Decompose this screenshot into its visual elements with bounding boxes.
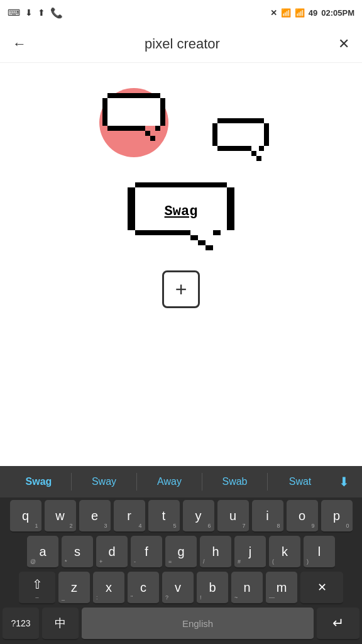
svg-rect-2 (160, 98, 165, 126)
time-display: 02:05PM (321, 8, 354, 18)
mobile-signal-icon: 📶 (295, 8, 305, 18)
key-s[interactable]: s * (62, 536, 93, 569)
keys-area: q 1 w 2 e 3 r 4 t 5 y 6 (0, 497, 362, 644)
signal-icon: ✕ (270, 8, 277, 18)
space-key[interactable]: English (82, 608, 314, 640)
delete-icon: ✕ (317, 580, 327, 594)
key-i[interactable]: i 8 (252, 500, 283, 533)
download-icon: ⬇ (25, 8, 33, 18)
swag-pixel-bubble: Swag (128, 182, 234, 252)
key-h[interactable]: h / (200, 536, 231, 569)
svg-rect-11 (212, 123, 217, 146)
key-v[interactable]: v ? (162, 572, 194, 604)
svg-rect-17 (259, 146, 264, 151)
svg-rect-21 (227, 187, 234, 230)
suggestion-4[interactable]: Swat (268, 471, 332, 492)
key-a[interactable]: a @ (27, 536, 58, 569)
svg-rect-26 (206, 245, 213, 250)
enter-button[interactable]: ↵ (317, 608, 359, 640)
svg-rect-9 (107, 98, 160, 126)
add-sticker-button[interactable]: + (162, 270, 200, 308)
delete-button[interactable]: ✕ (300, 572, 343, 604)
svg-rect-19 (135, 182, 227, 187)
key-g[interactable]: g = (165, 536, 197, 569)
key-l[interactable]: l ) (304, 536, 335, 569)
svg-rect-22 (135, 230, 183, 235)
key-z[interactable]: z _ (58, 572, 90, 604)
pixel-bubble-plain (212, 118, 269, 164)
key-y[interactable]: y 6 (183, 500, 214, 533)
key-x[interactable]: x : (93, 572, 124, 604)
svg-rect-16 (256, 156, 261, 161)
pink-bubble-container (93, 82, 175, 164)
wifi-icon: 📶 (281, 8, 291, 18)
status-left-icons: ⌨ ⬇ ⬆ 📞 (8, 7, 63, 19)
canvas-area: Swag + (0, 63, 362, 402)
keyboard-area: Swag Sway Away Swab Swat ⬇ q 1 w 2 e 3 (0, 466, 362, 644)
key-row-1: q 1 w 2 e 3 r 4 t 5 y 6 (3, 500, 359, 533)
close-button[interactable]: ✕ (338, 36, 349, 52)
svg-rect-7 (155, 126, 160, 131)
svg-rect-23 (183, 230, 190, 235)
pixel-bubble-on-pink (102, 93, 165, 143)
svg-rect-18 (217, 123, 264, 146)
lang-icon: 中 (55, 616, 66, 631)
status-right-info: ✕ 📶 📶 49 02:05PM (270, 8, 354, 18)
svg-rect-24 (190, 235, 198, 240)
key-c[interactable]: c " (128, 572, 159, 604)
key-b[interactable]: b ! (197, 572, 228, 604)
suggestions-expand-icon[interactable]: ⬇ (332, 474, 356, 489)
back-button[interactable]: ← (13, 36, 26, 52)
suggestion-0[interactable]: Swag (6, 471, 71, 492)
language-button[interactable]: 中 (42, 608, 79, 640)
svg-rect-10 (217, 118, 264, 123)
svg-rect-13 (217, 146, 246, 151)
key-row-4: ?123 中 English ↵ (3, 608, 359, 640)
svg-rect-12 (264, 123, 269, 146)
suggestions-bar: Swag Sway Away Swab Swat ⬇ (0, 466, 362, 497)
key-n[interactable]: n ~ (231, 572, 263, 604)
shift-icon: ⇧ (32, 577, 43, 592)
bubble-row-top (93, 82, 269, 164)
key-m[interactable]: m — (266, 572, 297, 604)
battery-indicator: 49 (309, 8, 317, 18)
key-t[interactable]: t 5 (148, 500, 180, 533)
svg-rect-0 (107, 93, 160, 98)
page-title: pixel creator (145, 36, 220, 52)
suggestion-3[interactable]: Swab (202, 471, 267, 492)
key-j[interactable]: j # (234, 536, 266, 569)
suggestion-2[interactable]: Away (137, 471, 202, 492)
svg-rect-3 (107, 126, 140, 131)
key-k[interactable]: k ( (269, 536, 300, 569)
key-r[interactable]: r 4 (114, 500, 145, 533)
svg-rect-25 (198, 240, 206, 245)
svg-rect-5 (145, 131, 150, 136)
key-e[interactable]: e 3 (79, 500, 111, 533)
key-u[interactable]: u 7 (217, 500, 249, 533)
svg-rect-1 (102, 98, 107, 126)
plain-bubble-container (212, 118, 269, 164)
key-p[interactable]: p 0 (321, 500, 353, 533)
svg-rect-4 (140, 126, 145, 131)
upload-icon: ⬆ (38, 8, 45, 18)
shift-button[interactable]: ⇧ _ (19, 572, 55, 604)
key-f[interactable]: f - (131, 536, 162, 569)
swag-bubble-container: Swag (128, 182, 234, 252)
call-icon: 📞 (50, 7, 63, 19)
svg-text:Swag: Swag (165, 204, 198, 219)
svg-rect-15 (251, 151, 256, 156)
key-d[interactable]: d + (96, 536, 128, 569)
svg-rect-14 (246, 146, 251, 151)
app-header: ← pixel creator ✕ (0, 25, 362, 63)
key-q[interactable]: q 1 (10, 500, 41, 533)
suggestion-1[interactable]: Sway (72, 471, 136, 492)
key-o[interactable]: o 9 (287, 500, 318, 533)
plus-icon: + (175, 278, 187, 301)
key-row-3: ⇧ _ z _ x : c " v ? b ! (3, 572, 359, 604)
enter-icon: ↵ (332, 615, 344, 631)
svg-rect-20 (128, 187, 135, 230)
symbols-button[interactable]: ?123 (3, 608, 39, 640)
keyboard-icon: ⌨ (8, 8, 20, 18)
key-w[interactable]: w 2 (45, 500, 76, 533)
key-row-2: a @ s * d + f - g = h / (3, 536, 359, 569)
